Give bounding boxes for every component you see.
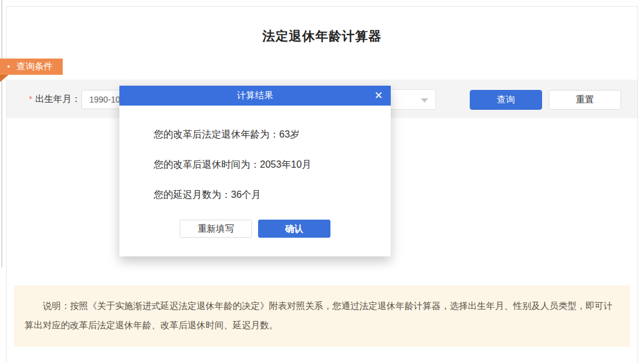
explanation-note: 说明：按照《关于实施渐进式延迟法定退休年龄的决定》附表对照关系，您通过法定退休年… xyxy=(14,285,630,347)
section-tag-query-conditions: • 查询条件 xyxy=(0,59,63,75)
result-modal-header: 计算结果 ✕ xyxy=(119,86,391,106)
result-delay-months: 您的延迟月数为：36个月 xyxy=(154,188,261,202)
birth-month-label-text: 出生年月： xyxy=(35,94,80,105)
page-title: 法定退休年龄计算器 xyxy=(0,28,644,45)
result-retirement-date: 您的改革后退休时间为：2053年10月 xyxy=(154,158,311,171)
bullet-icon: • xyxy=(7,63,10,71)
confirm-button[interactable]: 确认 xyxy=(258,220,330,238)
query-button[interactable]: 查询 xyxy=(470,90,542,110)
result-modal-title: 计算结果 xyxy=(237,90,273,101)
required-mark: * xyxy=(29,94,32,104)
refill-button[interactable]: 重新填写 xyxy=(180,220,252,238)
reset-button[interactable]: 重置 xyxy=(549,90,621,110)
explanation-note-text: 说明：按照《关于实施渐进式延迟法定退休年龄的决定》附表对照关系，您通过法定退休年… xyxy=(25,296,619,335)
section-tag-label: 查询条件 xyxy=(17,61,53,72)
result-modal: 计算结果 ✕ 您的改革后法定退休年龄为：63岁 您的改革后退休时间为：2053年… xyxy=(119,86,391,256)
close-icon[interactable]: ✕ xyxy=(374,86,383,106)
birth-month-label: * 出生年月： xyxy=(29,80,80,118)
result-retirement-age: 您的改革后法定退休年龄为：63岁 xyxy=(154,128,300,141)
chevron-down-icon xyxy=(421,98,428,103)
retirement-calculator-page: 法定退休年龄计算器 • 查询条件 * 出生年月： 查询 重置 说明：按照《关于实… xyxy=(0,0,644,362)
ribbon-fold xyxy=(0,75,8,82)
